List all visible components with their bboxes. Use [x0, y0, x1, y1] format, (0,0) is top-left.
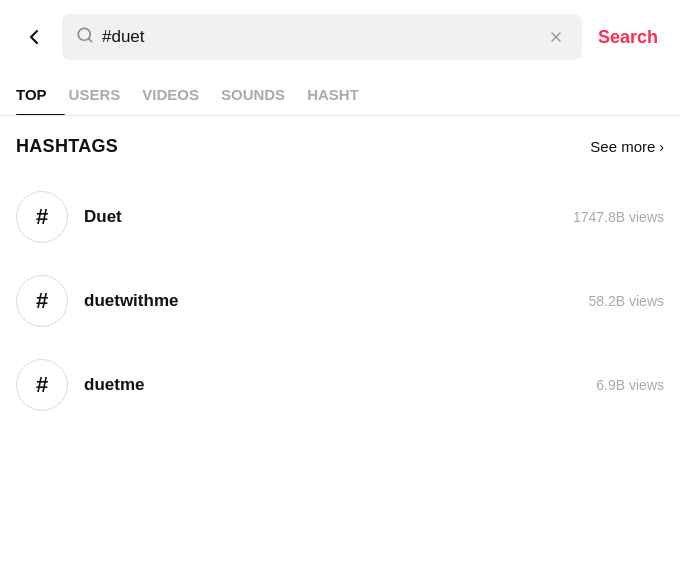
hashtag-views: 1747.8B views: [573, 209, 664, 225]
back-button[interactable]: [16, 19, 52, 55]
hash-icon: #: [36, 372, 48, 398]
hashtag-icon-circle: #: [16, 275, 68, 327]
list-item[interactable]: # duetwithme 58.2B views: [16, 259, 664, 343]
hash-icon: #: [36, 204, 48, 230]
hashtag-name: Duet: [84, 207, 557, 227]
search-query-text[interactable]: #duet: [102, 27, 536, 47]
search-button[interactable]: Search: [592, 27, 664, 48]
hashtag-name: duetme: [84, 375, 580, 395]
tab-users[interactable]: USERS: [69, 74, 139, 115]
hashtag-icon-circle: #: [16, 359, 68, 411]
svg-line-1: [88, 38, 91, 41]
chevron-right-icon: ›: [659, 139, 664, 155]
hashtag-info: duetwithme: [84, 291, 573, 311]
content-area: HASHTAGS See more › # Duet 1747.8B views…: [0, 116, 680, 447]
hashtag-icon-circle: #: [16, 191, 68, 243]
list-item[interactable]: # duetme 6.9B views: [16, 343, 664, 427]
hash-icon: #: [36, 288, 48, 314]
hashtag-info: Duet: [84, 207, 557, 227]
hashtag-name: duetwithme: [84, 291, 573, 311]
clear-button[interactable]: [544, 25, 568, 49]
list-item[interactable]: # Duet 1747.8B views: [16, 175, 664, 259]
search-icon: [76, 26, 94, 49]
header: #duet Search: [0, 0, 680, 74]
tab-hashtags[interactable]: HASHT: [307, 74, 377, 115]
see-more-button[interactable]: See more ›: [590, 138, 664, 155]
hashtag-views: 58.2B views: [589, 293, 664, 309]
hashtag-views: 6.9B views: [596, 377, 664, 393]
search-bar: #duet: [62, 14, 582, 60]
tab-videos[interactable]: VIDEOS: [142, 74, 217, 115]
section-title: HASHTAGS: [16, 136, 118, 157]
hashtag-info: duetme: [84, 375, 580, 395]
tab-top[interactable]: TOP: [16, 74, 65, 115]
section-header: HASHTAGS See more ›: [16, 136, 664, 157]
tab-sounds[interactable]: SOUNDS: [221, 74, 303, 115]
tab-bar: TOP USERS VIDEOS SOUNDS HASHT: [0, 74, 680, 116]
